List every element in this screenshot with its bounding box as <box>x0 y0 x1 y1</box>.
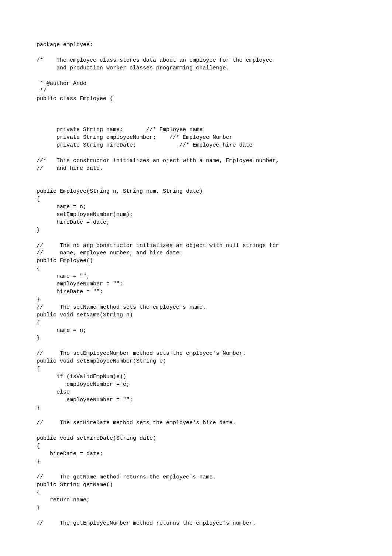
code-block: package employee; /* The employee class … <box>0 0 392 528</box>
